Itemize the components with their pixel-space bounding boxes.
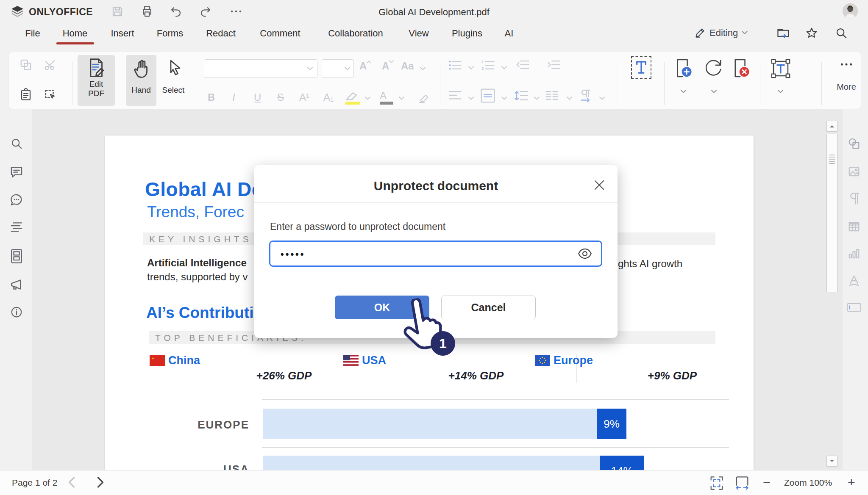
menu-collaboration[interactable]: Collaboration [328, 28, 383, 39]
menu-view[interactable]: View [409, 28, 428, 39]
change-case-button[interactable]: Aa [401, 60, 414, 72]
bullet-list-icon[interactable] [448, 59, 462, 71]
password-input[interactable]: ••••• [269, 241, 602, 267]
menu-home[interactable]: Home [63, 28, 88, 39]
close-icon[interactable] [593, 179, 606, 191]
underline-button[interactable]: U [254, 91, 261, 103]
vertical-align-icon[interactable] [480, 88, 495, 103]
decrease-font-size-button[interactable]: A [382, 60, 394, 72]
chat-panel-icon[interactable] [10, 193, 23, 207]
decrease-indent-icon[interactable] [515, 59, 529, 71]
show-password-eye-icon[interactable] [578, 247, 592, 260]
numbered-list-icon[interactable]: 1 2 [481, 59, 495, 71]
scroll-down-button[interactable] [826, 456, 837, 467]
chevron-down-icon[interactable] [599, 97, 605, 100]
insert-text-comment-button[interactable] [631, 56, 651, 79]
highlight-color-button[interactable] [345, 91, 361, 106]
page-thumbnails-icon[interactable] [10, 249, 23, 263]
line-spacing-icon[interactable] [514, 90, 528, 102]
copy-icon[interactable] [19, 58, 32, 71]
menu-file[interactable]: File [25, 28, 40, 39]
columns-icon[interactable] [545, 90, 559, 102]
paragraph-right-text: ghts AI growth [618, 258, 682, 270]
toolbar-separator [194, 62, 194, 105]
chevron-down-icon[interactable] [399, 97, 404, 100]
chevron-down-icon[interactable] [778, 90, 783, 94]
chevron-down-icon[interactable] [468, 97, 474, 100]
chevron-down-icon[interactable] [567, 97, 572, 100]
paragraph-settings-icon[interactable] [849, 192, 860, 205]
chevron-down-icon[interactable] [534, 97, 540, 100]
previous-page-button[interactable] [67, 477, 76, 488]
chevron-down-icon[interactable] [681, 90, 686, 94]
section-label: KEY INSIGHTS [149, 234, 252, 244]
cut-icon[interactable] [44, 58, 56, 71]
increase-font-size-button[interactable]: A [359, 60, 371, 72]
about-icon[interactable] [10, 306, 23, 318]
menu-comment[interactable]: Comment [260, 28, 300, 39]
chevron-down-icon[interactable] [365, 97, 370, 100]
superscript-button[interactable]: A¹ [299, 91, 309, 103]
edit-pdf-button[interactable]: EditPDF [78, 55, 115, 106]
font-color-button[interactable]: A [380, 90, 394, 106]
fit-page-icon[interactable] [710, 476, 723, 490]
dialog-divider [254, 202, 618, 203]
menu-redact[interactable]: Redact [206, 28, 236, 39]
paste-icon[interactable] [19, 88, 32, 101]
select-tool-button[interactable]: Select [158, 55, 189, 106]
zoom-in-button[interactable]: + [848, 476, 855, 489]
fit-width-icon[interactable] [735, 476, 749, 490]
scroll-up-button[interactable] [826, 121, 837, 132]
home-active-underline [56, 42, 94, 44]
search-panel-icon[interactable] [10, 137, 23, 150]
paragraph-direction-icon[interactable] [578, 89, 593, 102]
menu-forms[interactable]: Forms [157, 28, 183, 39]
highlight-color-swatch [345, 102, 360, 105]
delete-page-icon[interactable] [733, 58, 750, 78]
form-settings-icon[interactable] [847, 302, 861, 312]
menu-plugins[interactable]: Plugins [452, 28, 482, 39]
increase-indent-icon[interactable] [547, 59, 560, 71]
clear-style-icon[interactable] [417, 91, 429, 104]
chevron-down-icon[interactable] [501, 66, 507, 70]
bold-button[interactable]: B [208, 91, 215, 103]
svg-text:2: 2 [481, 66, 484, 71]
feedback-icon[interactable] [9, 278, 24, 291]
favorite-star-icon[interactable] [805, 27, 818, 39]
chevron-down-icon[interactable] [468, 66, 474, 70]
image-settings-icon[interactable] [848, 165, 860, 178]
table-settings-icon[interactable] [848, 220, 860, 233]
rotate-pages-icon[interactable] [704, 58, 723, 78]
avatar[interactable] [843, 3, 858, 19]
menu-ai[interactable]: AI [505, 28, 514, 39]
menu-insert[interactable]: Insert [111, 28, 134, 39]
select-area-icon[interactable] [44, 88, 56, 101]
add-page-icon[interactable] [675, 58, 692, 78]
cancel-button[interactable]: Cancel [441, 296, 536, 319]
edit-text-object-icon[interactable] [771, 58, 791, 79]
align-icon[interactable] [448, 90, 462, 102]
chevron-down-icon[interactable] [711, 90, 717, 94]
next-page-button[interactable] [96, 477, 105, 488]
open-file-location-icon[interactable] [777, 27, 790, 40]
italic-button[interactable]: I [232, 91, 235, 103]
chevron-down-icon[interactable] [501, 97, 507, 100]
hand-tool-button[interactable]: Hand [126, 55, 156, 106]
text-art-settings-icon[interactable] [848, 274, 860, 287]
zoom-out-button[interactable]: − [763, 476, 771, 489]
subscript-button[interactable]: A₁ [323, 91, 334, 103]
toolbar-separator [617, 62, 617, 105]
search-icon[interactable] [835, 27, 848, 39]
text-box-icon [632, 57, 651, 78]
font-name-select[interactable] [204, 59, 317, 78]
shape-settings-icon[interactable] [848, 137, 860, 150]
comments-panel-icon[interactable] [10, 165, 23, 179]
chevron-down-icon[interactable] [420, 67, 426, 71]
strikethrough-button[interactable]: S [277, 91, 284, 103]
editing-mode-selector[interactable]: Editing [694, 27, 748, 39]
toolbar-more-button[interactable]: More [832, 58, 861, 100]
headings-panel-icon[interactable] [10, 221, 23, 234]
font-size-select[interactable] [322, 59, 354, 78]
chart-settings-icon[interactable] [848, 247, 860, 260]
scrollbar-thumb[interactable] [826, 134, 837, 292]
